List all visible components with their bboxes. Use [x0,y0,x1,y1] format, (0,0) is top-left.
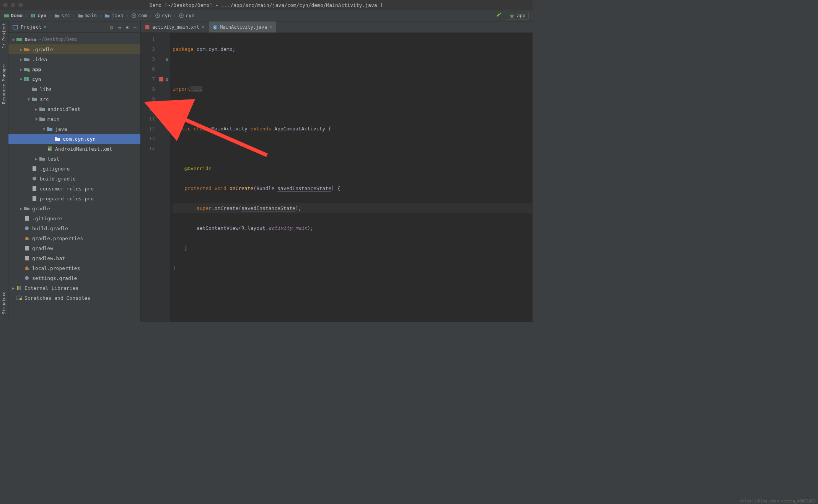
hide-icon[interactable]: — [134,24,137,30]
build-icon[interactable] [496,12,502,19]
override-gutter-icon[interactable] [158,104,164,114]
properties-icon [24,235,30,241]
close-window-icon[interactable] [3,3,8,7]
code-editor[interactable]: 1 2 3 6 7 8 9 10 11 12 13 14 [141,33,533,322]
tree-item-gitignore2[interactable]: .gitignore [8,213,140,223]
tree-item-androidtest[interactable]: ▶androidTest [8,104,140,114]
folder-icon [24,46,30,52]
chevron-right-icon: ▶ [11,286,16,290]
crumb-project[interactable]: Demo [4,13,23,18]
collapse-all-icon[interactable]: ⇥ [118,24,121,30]
svg-rect-43 [159,77,163,81]
tree-item-scratches[interactable]: Scratches and Consoles [8,293,140,303]
tree-item-build-gradle2[interactable]: build.gradle [8,223,140,233]
tree-item-app[interactable]: ▶app [8,64,140,74]
editor-tabs: activity_main.xml × C MainActivity.java … [141,21,533,33]
tree-item-proguard[interactable]: proguard-rules.pro [8,193,140,203]
file-icon [31,185,37,192]
run-config-selector[interactable]: app [506,12,529,20]
svg-rect-13 [16,38,22,41]
fold-toggle-icon[interactable]: ⊟ [164,74,170,84]
svg-rect-33 [28,268,29,270]
tree-item-test[interactable]: ▶test [8,154,140,164]
project-icon [16,36,22,42]
tree-item-external-libs[interactable]: ▶External Libraries [8,283,140,293]
xml-file-icon: MF [47,146,53,152]
svg-rect-17 [27,77,29,81]
tree-item-idea[interactable]: ▶.idea [8,54,140,64]
project-panel: Project ▼ ◎ ⇥ ✱ — ▼Demo~/Desktop/Demo ▶.… [8,21,141,322]
fold-toggle-icon[interactable]: ⊞ [164,54,170,64]
tab-project[interactable]: 1: Project [2,23,7,48]
tree-item-gradlew[interactable]: gradlew [8,243,140,253]
chevron-right-icon: › [99,13,102,19]
tree-item-local-properties[interactable]: local.properties [8,263,140,273]
tree-item-libs[interactable]: libs [8,84,140,94]
crumb-folder[interactable]: main [78,13,97,18]
tree-item-settings-gradle[interactable]: settings.gradle [8,273,140,283]
tab-activity-main[interactable]: activity_main.xml × [141,21,209,33]
tree-item-package[interactable]: com.cyn.cyn [8,134,140,144]
svg-rect-15 [24,77,26,81]
svg-rect-26 [25,237,26,240]
svg-point-14 [28,70,30,72]
chevron-right-icon: ▶ [18,57,24,62]
gutter-marks [158,33,164,322]
panel-title[interactable]: Project ▼ [12,24,46,30]
tree-item-cyn[interactable]: ▼cyn [8,74,140,84]
tab-structure[interactable]: Structure [2,291,7,314]
tree-item-build-gradle[interactable]: build.gradle [8,174,140,184]
chevron-down-icon: ▼ [34,117,39,121]
tab-main-activity[interactable]: C MainActivity.java × [209,21,276,33]
crumb-package[interactable]: com [131,13,147,18]
gradle-icon [24,275,30,281]
svg-rect-36 [18,286,20,290]
tree-item-consumer-rules[interactable]: consumer-rules.pro [8,184,140,193]
crumb-folder[interactable]: src [54,13,70,18]
maximize-window-icon[interactable] [18,3,23,7]
tree-item-gradlew-bat[interactable]: gradlew.bat [8,253,140,263]
crumb-module[interactable]: cyn [31,13,46,18]
class-gutter-icon[interactable] [158,74,164,84]
tree-item-gradle-properties[interactable]: gradle.properties [8,233,140,243]
crumb-folder[interactable]: java [104,13,123,18]
gear-icon[interactable]: ✱ [125,24,129,30]
panel-header: Project ▼ ◎ ⇥ ✱ — [8,21,140,33]
code-content[interactable]: package com.cyn.demo; import ... public … [170,33,533,322]
select-opened-file-icon[interactable]: ◎ [110,24,113,30]
close-icon[interactable]: × [269,24,272,30]
svg-rect-1 [31,14,33,17]
svg-rect-28 [28,238,29,240]
chevron-right-icon: ▶ [18,47,24,52]
folder-icon [31,96,37,102]
tree-item-gradle-dir[interactable]: ▶gradle [8,203,140,213]
close-icon[interactable]: × [202,24,204,30]
gradle-icon [24,225,30,231]
file-icon [24,215,30,221]
svg-point-21 [33,177,36,180]
tab-resource-manager[interactable]: Resource Manager [2,63,7,104]
fold-toggle-icon[interactable]: ⊟ [164,104,170,114]
tree-item-main[interactable]: ▼main [8,114,140,124]
crumb-package[interactable]: cyn [155,13,171,18]
crumb-package[interactable]: cyn [179,13,194,18]
fold-gutter: ⊞ ⊟ ⊟ ⌐ ⌐ [164,33,170,322]
file-icon [24,255,30,261]
svg-rect-12 [13,25,18,29]
tree-root[interactable]: ▼Demo~/Desktop/Demo [8,34,140,44]
svg-rect-3 [34,14,35,17]
file-icon [31,195,37,202]
svg-rect-20 [33,166,36,171]
svg-rect-32 [26,267,28,270]
svg-point-34 [25,276,29,280]
minimize-window-icon[interactable] [11,3,15,7]
tree-item-gitignore[interactable]: .gitignore [8,164,140,174]
tree-item-src[interactable]: ▼src [8,94,140,104]
svg-point-25 [25,226,29,230]
svg-rect-23 [33,196,36,201]
tree-item-gradle[interactable]: ▶.gradle [8,44,140,54]
tree-item-java[interactable]: ▼java [8,124,140,134]
tree-item-manifest[interactable]: MFAndroidManifest.xml [8,144,140,154]
project-tree[interactable]: ▼Demo~/Desktop/Demo ▶.gradle ▶.idea ▶app… [8,33,140,322]
svg-rect-22 [33,186,36,191]
